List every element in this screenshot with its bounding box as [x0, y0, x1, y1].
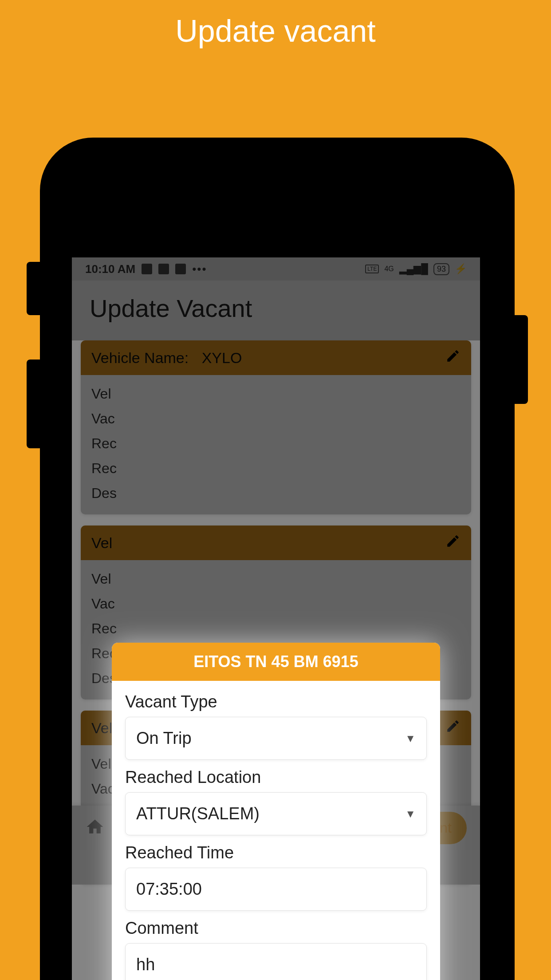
- vacant-type-label: Vacant Type: [125, 692, 427, 711]
- reached-location-value: ATTUR(SALEM): [136, 804, 260, 823]
- phone-frame: 10:10 AM ••• LTE 4G ▂▄▆█ 93 ⚡ Update Vac…: [40, 138, 515, 980]
- reached-time-input[interactable]: 07:35:00: [125, 868, 427, 911]
- phone-screen: 10:10 AM ••• LTE 4G ▂▄▆█ 93 ⚡ Update Vac…: [72, 257, 480, 980]
- reached-time-value: 07:35:00: [136, 880, 202, 899]
- phone-side-button-2: [27, 360, 40, 448]
- reached-location-dropdown[interactable]: ATTUR(SALEM) ▼: [125, 792, 427, 835]
- chevron-down-icon: ▼: [405, 732, 416, 745]
- promo-title: Update vacant: [0, 0, 551, 49]
- phone-side-button-1: [27, 262, 40, 315]
- chevron-down-icon: ▼: [405, 808, 416, 820]
- comment-input[interactable]: hh: [125, 943, 427, 980]
- update-vacant-modal: EITOS TN 45 BM 6915 Vacant Type On Trip …: [112, 643, 440, 980]
- reached-time-label: Reached Time: [125, 843, 427, 862]
- modal-title: EITOS TN 45 BM 6915: [112, 643, 440, 681]
- comment-label: Comment: [125, 919, 427, 938]
- reached-location-label: Reached Location: [125, 768, 427, 787]
- modal-body: Vacant Type On Trip ▼ Reached Location A…: [112, 681, 440, 980]
- comment-value: hh: [136, 955, 155, 974]
- vacant-type-dropdown[interactable]: On Trip ▼: [125, 717, 427, 760]
- vacant-type-value: On Trip: [136, 729, 192, 748]
- phone-side-button-3: [515, 315, 528, 404]
